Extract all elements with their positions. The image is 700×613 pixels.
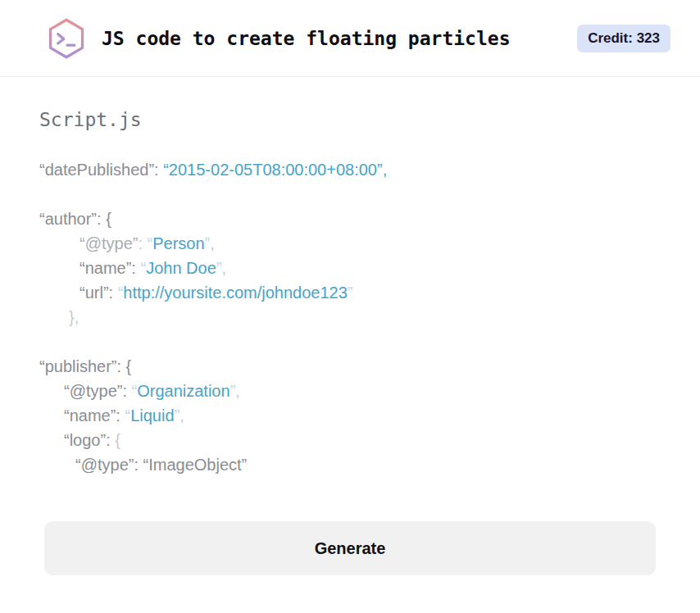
code-segment: “url”: [80,284,118,302]
code-segment: “@type”: “ImageObject” [75,456,247,474]
code-segment: Person [152,234,204,252]
code-line: “author”: { [39,207,661,231]
code-segment: http://yoursite.com/johndoe123 [123,284,348,302]
code-segment: , [235,382,240,400]
code-line: }, [39,305,661,329]
app-header: JS code to create floating particles Cre… [0,0,700,77]
code-segment: Organization [137,382,230,400]
code-segment: “name”: [80,259,140,277]
code-segment: “publisher”: { [39,357,131,375]
generate-button[interactable]: Generate [44,521,656,575]
code-segment: }, [69,308,79,326]
terminal-prompt-hexagon-icon [45,17,88,60]
code-block: “datePublished”: “2015-02-05T08:00:00+08… [39,157,661,477]
credit-badge: Credit: 323 [577,25,670,52]
code-segment: “author”: { [39,210,111,228]
code-segment: “@type”: [64,382,132,400]
code-segment: “datePublished”: [39,161,163,179]
code-segment: “@type” [80,234,138,252]
code-segment: “2015-02-05T08:00:00+08:00”, [163,161,387,179]
code-line: “logo”: { [39,428,661,452]
code-segment: ” [348,284,353,302]
code-line: “publisher”: { [39,354,661,379]
code-segment: : [138,234,147,252]
code-line: “@type”: “Organization”, [39,379,661,403]
code-segment: , [180,406,184,425]
code-blank-line [39,182,661,207]
code-segment: , [210,234,215,252]
code-blank-line [39,329,661,354]
page-title: JS code to create floating particles [102,28,511,49]
file-heading: Script.js [39,108,661,131]
code-segment: , [221,259,226,277]
code-segment: Liquid [130,406,174,425]
code-segment: { [115,431,120,449]
code-segment: John Doe [146,259,216,277]
code-line: “name”: “Liquid”, [39,403,661,428]
code-segment: “name”: [64,406,125,425]
code-line: “@type”: “ImageObject” [39,452,661,477]
code-line: “name”: “John Doe”, [39,256,661,280]
code-line: “@type”: “Person”, [39,231,661,256]
code-line: “url”: “http://yoursite.com/johndoe123” [39,280,661,305]
main-content: Script.js “datePublished”: “2015-02-05T0… [0,77,700,575]
code-line: “datePublished”: “2015-02-05T08:00:00+08… [39,157,661,182]
code-segment: “logo”: [64,431,115,449]
